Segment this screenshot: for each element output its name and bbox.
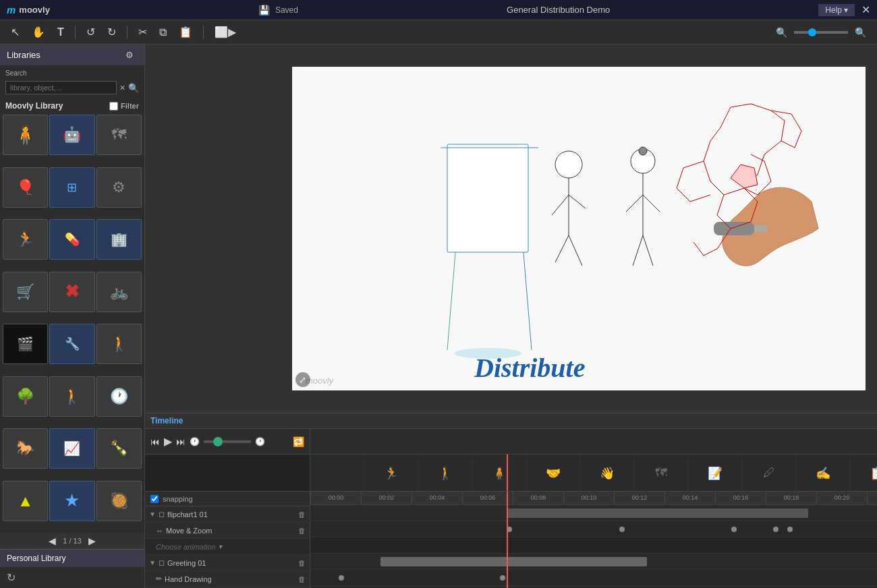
track-hand-delete-button[interactable]: 🗑 [298,575,306,583]
list-item[interactable]: 🤖 [49,115,94,155]
loop-button[interactable]: 🔁 [293,436,304,447]
list-item[interactable]: ⚙ [96,167,142,208]
list-item[interactable]: 🛒 [3,272,48,312]
track-move-delete-button[interactable]: 🗑 [298,527,306,535]
track-dot [787,527,793,532]
svg-rect-19 [714,222,754,235]
thumb-item[interactable]: 🏃 [364,454,418,492]
paste-button[interactable]: 📋 [175,24,196,40]
list-item[interactable]: 🧍 [3,115,48,155]
snapping-checkbox[interactable] [150,495,159,503]
copy-button[interactable]: ⧉ [155,25,171,40]
choose-animation-label[interactable]: Choose animation [156,543,216,551]
export-button[interactable]: ⬜▶ [210,24,240,40]
track-greeting-delete-button[interactable]: 🗑 [298,559,306,567]
list-item[interactable]: ▲ [3,481,48,521]
thumb-item[interactable]: 🗺 [634,454,688,492]
list-item[interactable]: 🎈 [3,167,48,208]
track-label-move-zoom: ↔ Move & Zoom 🗑 [145,523,310,539]
thumb-item-empty [310,454,364,492]
list-item[interactable]: 🥘 [96,481,142,521]
list-item[interactable]: 💊 [49,219,94,260]
list-item[interactable]: ★ [49,481,94,521]
list-item[interactable]: 🚶 [49,376,94,417]
thumb-item[interactable]: 🖊 [742,454,796,492]
moovly-library-label: Moovly Library [5,101,63,111]
close-button[interactable]: ✕ [861,3,870,16]
next-page-button[interactable]: ▶ [88,535,96,546]
svg-text:Distribute: Distribute [474,353,585,383]
list-item[interactable]: 🌳 [3,376,48,417]
track-row-move-zoom [310,521,877,537]
rewind-button[interactable]: ⏮ [150,436,160,447]
list-item[interactable]: 📈 [49,428,94,469]
cut-button[interactable]: ✂ [134,24,151,40]
canvas-area: Distribute moovly ⤢ [145,45,877,413]
search-clear-icon[interactable]: ✕ [119,84,125,92]
prev-page-button[interactable]: ◀ [49,535,56,546]
timeline-controls: ⏮ ▶ ⏭ 🕐 🕐 🔁 [145,429,310,454]
thumb-item[interactable]: 👋 [580,454,634,492]
refresh-button[interactable]: ↻ [7,571,16,584]
search-area: Search [0,65,144,81]
list-item[interactable]: 🏢 [96,219,142,260]
filter-checkbox[interactable] [109,102,118,111]
track-label-hand-drawing: ✏ Hand Drawing 🗑 [145,571,310,587]
list-item[interactable]: 🕐 [96,376,142,417]
thumb-item[interactable]: 📝 [688,454,742,492]
help-button[interactable]: Help ▾ [818,4,855,16]
thumb-item[interactable]: ✍ [796,454,850,492]
zoom-out-button[interactable]: 🔍 [772,26,791,39]
fast-forward-button[interactable]: ⏭ [176,436,186,447]
filter-label: Filter [121,102,139,110]
zoom-in-button[interactable]: 🔍 [851,26,870,39]
track-bar-flipchart[interactable] [507,508,808,518]
redo-button[interactable]: ↻ [103,24,120,40]
track-delete-button[interactable]: 🗑 [298,510,306,519]
track-dot-hand-start [339,575,344,581]
list-item[interactable]: 🗺 [96,115,142,155]
list-item[interactable]: 🚲 [96,272,142,312]
track-dot [619,527,625,532]
list-item[interactable]: 🔧 [49,324,94,364]
search-icon[interactable]: 🔍 [128,83,139,93]
list-item[interactable]: ⊞ [49,167,94,208]
saved-label: Saved [275,5,298,15]
document-title: General Distribution Demo [507,5,610,15]
list-item[interactable]: ✖ [49,272,94,312]
undo-button[interactable]: ↺ [82,24,99,40]
thumb-item[interactable]: 🤝 [526,454,580,492]
zoom-slider[interactable] [794,31,848,34]
track-row-greeting [310,554,877,570]
list-item[interactable]: 🐎 [3,428,48,469]
time-end-icon: 🕐 [255,437,265,446]
play-button[interactable]: ▶ [164,435,172,448]
list-item[interactable]: 🎬 [3,324,48,364]
list-item[interactable]: 🚶 [96,324,142,364]
ruler-mark: 00:20 [816,492,867,504]
track-dot [731,527,737,532]
choose-animation-arrow[interactable]: ▾ [219,543,222,550]
track-sub-icon: ↔ [156,527,163,535]
hand-tool-button[interactable]: ✋ [28,24,49,40]
libraries-label: Libraries [7,50,40,60]
canvas-expand-button[interactable]: ⤢ [295,372,310,387]
ruler-mark: 00:02 [361,492,412,504]
thumb-item[interactable]: 🚶 [418,454,472,492]
library-search-input[interactable] [5,81,117,94]
track-dot [507,527,512,532]
text-tool-button[interactable]: T [53,25,68,40]
track-bar-greeting[interactable] [380,557,647,566]
list-item[interactable]: 🏃 [3,219,48,260]
timeline-scrubber[interactable] [204,440,251,443]
ruler-mark: 00:18 [766,492,816,504]
track-greeting-expand[interactable]: ▼ [149,559,156,566]
thumb-item[interactable]: 🧍 [472,454,526,492]
track-expand-arrow[interactable]: ▼ [149,510,156,518]
thumb-item[interactable]: 📋 [850,454,877,492]
svg-rect-20 [754,225,768,232]
select-tool-button[interactable]: ↖ [7,24,24,40]
libraries-settings-button[interactable]: ⚙ [121,49,138,61]
list-item[interactable]: 🍾 [96,428,142,469]
track-greeting-icon: ◻ [159,558,165,567]
